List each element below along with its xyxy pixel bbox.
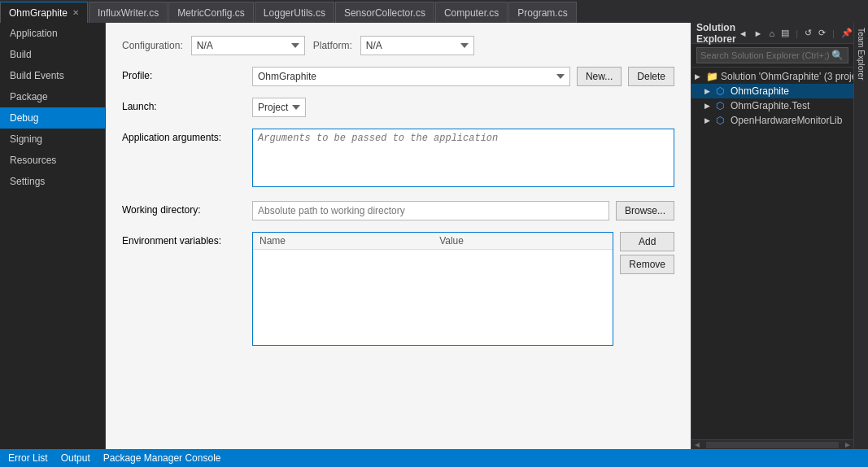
se-back-btn[interactable]: ◄ (736, 28, 750, 39)
profile-control: OhmGraphite New... Delete (252, 67, 674, 86)
sidebar-item-package[interactable]: Package (0, 86, 105, 107)
configuration-select[interactable]: N/A (191, 36, 305, 55)
profile-select[interactable]: OhmGraphite (252, 67, 570, 86)
tab-close-icon[interactable]: ✕ (72, 8, 79, 17)
bottom-bar-error-list[interactable]: Error List (8, 452, 48, 464)
solution-icon: 📁 (706, 71, 719, 82)
tab-program[interactable]: Program.cs (508, 2, 576, 23)
new-button[interactable]: New... (577, 67, 622, 86)
se-title: Solution Explorer (696, 23, 736, 45)
tab-sensorcollector[interactable]: SensorCollector.cs (335, 2, 434, 23)
sidebar-item-build[interactable]: Build (0, 44, 105, 65)
se-home-btn[interactable]: ⌂ (766, 28, 777, 39)
solution-expand-arrow: ▶ (695, 72, 704, 81)
remove-button[interactable]: Remove (620, 255, 674, 274)
bottom-bar: Error List Output Package Manager Consol… (0, 449, 868, 467)
ohmgraphite-expand-arrow: ▶ (704, 87, 714, 95)
scroll-left-btn[interactable]: ◄ (691, 440, 703, 449)
working-dir-row: Working directory: Browse... (122, 201, 674, 220)
app-args-label: Application arguments: (122, 129, 252, 143)
se-separator2: | (830, 28, 837, 39)
delete-button[interactable]: Delete (628, 67, 674, 86)
profile-label: Profile: (122, 67, 252, 81)
se-search-area: 🔍 (691, 44, 853, 68)
sidebar-item-build-events[interactable]: Build Events (0, 65, 105, 86)
tab-computer[interactable]: Computer.cs (435, 2, 508, 23)
launch-select[interactable]: Project (252, 98, 306, 117)
se-forward-btn[interactable]: ► (752, 28, 765, 39)
env-name-header: Name (253, 233, 433, 250)
env-table[interactable]: Name Value (252, 232, 613, 346)
app-args-textarea[interactable] (252, 129, 674, 187)
working-dir-input[interactable] (252, 201, 609, 220)
openhardware-label: OpenHardwareMonitorLib (731, 115, 842, 126)
tab-label: SensorCollector.cs (344, 7, 425, 19)
team-explorer-tab[interactable]: Team Explorer (853, 23, 868, 449)
tree-item-openhardware[interactable]: ▶ ⬡ OpenHardwareMonitorLib (691, 113, 853, 128)
solution-label: Solution 'OhmGraphite' (3 proje (721, 71, 853, 82)
se-refresh-btn[interactable]: ↺ (802, 27, 814, 39)
openhardware-expand-arrow: ▶ (704, 116, 714, 124)
sidebar-item-resources[interactable]: Resources (0, 150, 105, 171)
tab-label: OhmGraphite (9, 7, 68, 19)
test-expand-arrow: ▶ (704, 102, 714, 110)
launch-label: Launch: (122, 98, 252, 112)
se-search-input[interactable] (696, 47, 848, 63)
se-tree: ▶ 📁 Solution 'OhmGraphite' (3 proje ▶ ⬡ … (691, 68, 853, 439)
app-args-row: Application arguments: (122, 129, 674, 190)
sidebar-item-debug[interactable]: Debug (0, 107, 105, 129)
env-vars-row: Environment variables: Name Value (122, 232, 674, 346)
env-vars-label: Environment variables: (122, 232, 252, 247)
env-buttons: Add Remove (620, 232, 674, 274)
tab-influxwriter[interactable]: InfluxWriter.cs (89, 2, 168, 23)
platform-select[interactable]: N/A (360, 36, 474, 55)
search-icon: 🔍 (831, 50, 844, 61)
working-dir-label: Working directory: (122, 201, 252, 216)
scroll-right-btn[interactable]: ► (842, 440, 853, 449)
sidebar: Application Build Build Events Package D… (0, 23, 106, 449)
tab-metricconfig[interactable]: MetricConfig.cs (168, 2, 254, 23)
sidebar-item-settings[interactable]: Settings (0, 171, 105, 192)
launch-row: Launch: Project (122, 98, 674, 117)
openhardware-icon: ⬡ (716, 115, 729, 126)
sidebar-item-application[interactable]: Application (0, 23, 105, 44)
configuration-label: Configuration: (122, 40, 183, 51)
env-row-with-buttons: Name Value Add Remove (252, 232, 674, 346)
se-sync-btn[interactable]: ⟳ (816, 27, 828, 39)
test-icon: ⬡ (716, 100, 729, 111)
tab-ohmgraphite[interactable]: OhmGraphite ✕ (0, 2, 88, 23)
config-row: Configuration: N/A Platform: N/A (122, 36, 674, 55)
env-value-header: Value (433, 233, 613, 250)
ohmgraphite-label: OhmGraphite (731, 85, 789, 97)
se-pages-btn[interactable]: ▤ (779, 27, 792, 39)
app-args-control (252, 129, 674, 190)
tab-label: Program.cs (517, 7, 567, 19)
add-button[interactable]: Add (620, 232, 674, 251)
tab-label: MetricConfig.cs (177, 7, 245, 19)
bottom-bar-output[interactable]: Output (61, 452, 90, 464)
se-scrollbar-h[interactable]: ◄ ► (691, 439, 853, 449)
profile-row: Profile: OhmGraphite New... Delete (122, 67, 674, 86)
scroll-track (706, 442, 839, 448)
tab-label: InfluxWriter.cs (98, 7, 159, 19)
se-header: Solution Explorer ◄ ► ⌂ ▤ | ↺ ⟳ | 📌 ✕ (691, 23, 853, 44)
working-dir-control: Browse... (252, 201, 674, 220)
se-pin-btn[interactable]: 📌 (839, 27, 855, 39)
tab-loggerutils[interactable]: LoggerUtils.cs (255, 2, 334, 23)
tab-bar: OhmGraphite ✕ InfluxWriter.cs MetricConf… (0, 0, 868, 23)
se-separator: | (793, 28, 800, 39)
tab-label: LoggerUtils.cs (264, 7, 325, 19)
tree-item-ohmgraphite[interactable]: ▶ ⬡ OhmGraphite (691, 84, 853, 98)
main-area: Application Build Build Events Package D… (0, 23, 868, 449)
solution-explorer-panel: Solution Explorer ◄ ► ⌂ ▤ | ↺ ⟳ | 📌 ✕ 🔍 … (691, 23, 853, 449)
platform-label: Platform: (313, 40, 352, 51)
browse-button[interactable]: Browse... (616, 201, 674, 220)
tree-item-solution[interactable]: ▶ 📁 Solution 'OhmGraphite' (3 proje (691, 69, 853, 84)
bottom-bar-package-manager[interactable]: Package Manager Console (103, 452, 221, 464)
launch-control: Project (252, 98, 674, 117)
center-panel: Configuration: N/A Platform: N/A Profile… (106, 23, 691, 449)
sidebar-item-signing[interactable]: Signing (0, 129, 105, 150)
test-label: OhmGraphite.Test (731, 100, 809, 111)
tree-item-ohmgraphite-test[interactable]: ▶ ⬡ OhmGraphite.Test (691, 98, 853, 113)
ohmgraphite-icon: ⬡ (716, 85, 729, 97)
